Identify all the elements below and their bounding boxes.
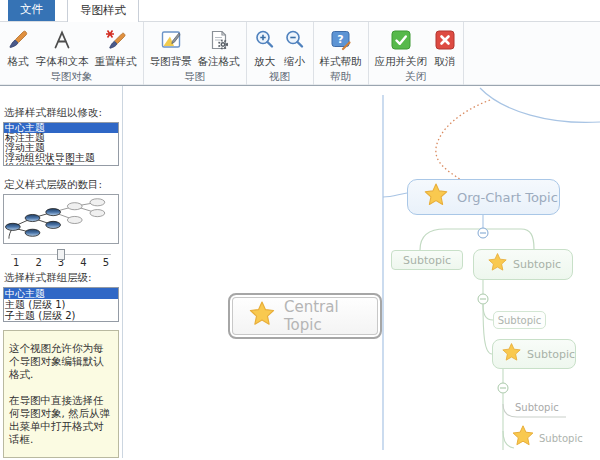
style-level-listbox[interactable]: 中心主题 主题 (层级 1) 子主题 (层级 2) 子主题 (层级 3+): [3, 287, 119, 322]
subtopic[interactable]: Subtopic: [493, 311, 546, 329]
info-note-line1: 这个视图允许你为每个导图对象编辑默认格式.: [9, 342, 113, 381]
select-group-label: 选择样式群组以修改:: [4, 106, 119, 120]
ribbon-group-close: 应用并关闭 取消 关闭: [369, 22, 465, 85]
apply-and-close-button-label: 应用并关闭: [375, 55, 428, 69]
levels-count-label: 定义样式层级的数目:: [4, 178, 119, 192]
list-item-orgchart-topic[interactable]: 组织状导图主题: [4, 163, 118, 166]
font-icon: [50, 28, 74, 52]
tab-file[interactable]: 文件: [8, 0, 55, 21]
notes-format-button-label: 备注格式: [198, 55, 240, 69]
tick-5: 5: [103, 257, 109, 268]
group-label-view: 视图: [250, 69, 310, 87]
ribbon-tab-bar: 文件 导图样式: [0, 0, 600, 22]
style-help-button-label: 样式帮助: [320, 55, 362, 69]
subtopic[interactable]: Subtopic: [492, 339, 576, 369]
group-label-close: 关闭: [372, 69, 461, 87]
level-item-subtopic-2[interactable]: 子主题 (层级 2): [4, 310, 118, 321]
zoom-in-button[interactable]: 放大: [251, 22, 279, 69]
level-item-central-topic[interactable]: 中心主题: [4, 288, 118, 299]
reset-style-button[interactable]: 重置样式: [93, 22, 139, 69]
star-icon: [423, 182, 449, 212]
levels-slider[interactable]: [11, 248, 111, 255]
tick-4: 4: [80, 257, 86, 268]
subtopic[interactable]: Subtopic: [391, 250, 463, 270]
cancel-icon: [433, 28, 457, 52]
subtopic-label: Subtopic: [403, 254, 451, 267]
org-chart-topic-label: Org-Chart Topic: [457, 190, 558, 205]
zoom-out-icon: [283, 28, 307, 52]
brush-icon: [6, 28, 30, 52]
subtopic-label: Subtopic: [498, 315, 542, 326]
apply-and-close-button[interactable]: 应用并关闭: [373, 22, 430, 69]
star-icon: [511, 424, 535, 452]
levels-slider-thumb[interactable]: [57, 249, 65, 260]
info-note: 这个视图允许你为每个导图对象编辑默认格式. 在导图中直接选择任何导图对象, 然后…: [3, 330, 119, 458]
cancel-button[interactable]: 取消: [431, 22, 459, 69]
ribbon-group-view: 放大 缩小 视图: [247, 22, 314, 85]
star-icon: [248, 300, 276, 332]
zoom-in-button-label: 放大: [254, 55, 275, 69]
tick-1: 1: [13, 257, 19, 268]
map-background-icon: [159, 28, 183, 52]
ribbon-empty-space: [464, 22, 600, 85]
apply-close-icon: [389, 28, 413, 52]
group-label-map-objects: 导图对象: [3, 69, 140, 87]
font-text-button-label: 字体和文本: [36, 55, 89, 69]
group-label-help: 帮助: [317, 69, 365, 87]
level-item-topic-1[interactable]: 主题 (层级 1): [4, 299, 118, 310]
subtopic-label: Subtopic: [515, 402, 559, 413]
ribbon-group-map-objects: 格式 字体和文本 重置样式 导图对象: [0, 22, 144, 85]
ribbon: 格式 字体和文本 重置样式 导图对象: [0, 22, 600, 86]
style-task-pane: 选择样式群组以修改: 中心主题 标注主题 浮动主题 浮动组织状导图主题 组织状导…: [0, 86, 123, 458]
map-canvas[interactable]: Central Topic Org-Chart Topic Subtopic S…: [123, 86, 600, 458]
format-button-label: 格式: [8, 55, 29, 69]
style-help-button[interactable]: ? 样式帮助: [318, 22, 364, 69]
ribbon-group-map: 导图背景 备注格式 导图: [144, 22, 247, 85]
subtopic-label: Subtopic: [527, 348, 575, 361]
tab-map-style[interactable]: 导图样式: [67, 0, 139, 22]
info-note-line2: 在导图中直接选择任何导图对象, 然后从弹出菜单中打开格式对话框.: [9, 394, 113, 446]
subtopic[interactable]: Subtopic: [511, 424, 583, 452]
star-icon: [487, 252, 508, 277]
zoom-out-button[interactable]: 缩小: [281, 22, 309, 69]
star-icon: [501, 342, 522, 367]
group-label-map: 导图: [147, 69, 243, 87]
map-background-button-label: 导图背景: [150, 55, 192, 69]
style-group-listbox[interactable]: 中心主题 标注主题 浮动主题 浮动组织状导图主题 组织状导图主题 边界 关联: [3, 122, 119, 166]
subtopic[interactable]: Subtopic: [473, 249, 573, 280]
style-help-icon: ?: [329, 28, 353, 52]
select-level-label: 选择样式群组层级:: [4, 271, 119, 285]
zoom-out-button-label: 缩小: [284, 55, 305, 69]
reset-style-button-label: 重置样式: [95, 55, 137, 69]
subtopic-label: Subtopic: [513, 258, 561, 271]
svg-text:?: ?: [337, 33, 343, 46]
level-item-subtopic-3plus[interactable]: 子主题 (层级 3+): [4, 321, 118, 322]
subtopic-label: Subtopic: [539, 433, 583, 444]
subtopic[interactable]: Subtopic: [515, 402, 559, 413]
map-background-button[interactable]: 导图背景: [148, 22, 194, 69]
central-topic[interactable]: Central Topic: [228, 293, 382, 339]
style-levels-preview: [3, 194, 119, 244]
zoom-in-icon: [253, 28, 277, 52]
format-button[interactable]: 格式: [4, 22, 32, 69]
tick-2: 2: [35, 257, 41, 268]
font-text-button[interactable]: 字体和文本: [34, 22, 91, 69]
cancel-button-label: 取消: [435, 55, 456, 69]
org-chart-topic[interactable]: Org-Chart Topic: [407, 179, 560, 215]
notes-format-icon: [207, 28, 231, 52]
reset-style-icon: [104, 28, 128, 52]
ribbon-group-help: ? 样式帮助 帮助: [314, 22, 369, 85]
notes-format-button[interactable]: 备注格式: [196, 22, 242, 69]
central-topic-label: Central Topic: [284, 298, 380, 334]
